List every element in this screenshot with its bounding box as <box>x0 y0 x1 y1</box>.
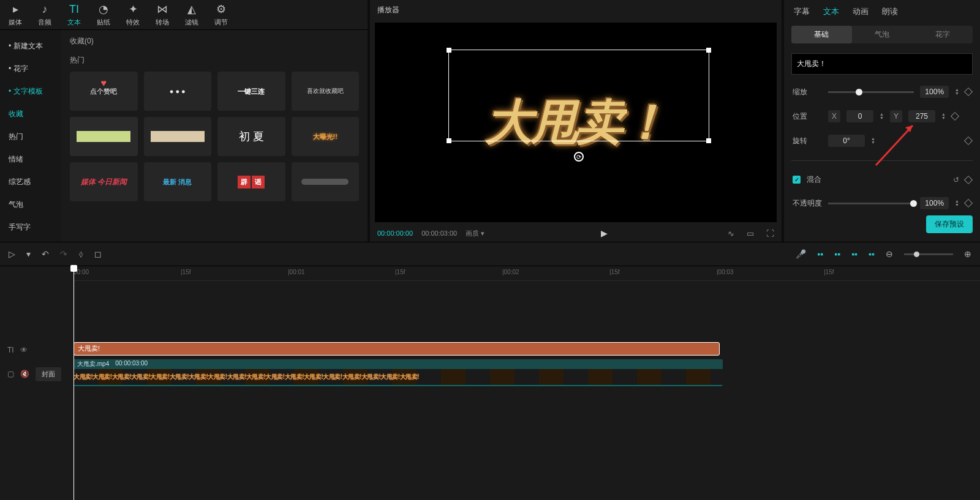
track-toggle-3[interactable]: ▪▪ <box>851 249 858 259</box>
crop-tool[interactable]: ◻ <box>94 249 102 259</box>
mix-checkbox[interactable]: ✓ <box>793 176 801 184</box>
track-toggle-2[interactable]: ▪▪ <box>834 249 840 259</box>
svg-line-0 <box>876 125 913 165</box>
ruler-tick: |15f <box>181 269 191 275</box>
mix-label: 混合 <box>807 174 821 185</box>
track-toggle-1[interactable]: ▪▪ <box>817 249 823 259</box>
prop-tab-朗读[interactable]: 朗读 <box>882 6 898 17</box>
resize-handle-tr[interactable] <box>706 48 711 53</box>
track-toggle-4[interactable]: ▪▪ <box>869 249 875 259</box>
asset-tab-调节[interactable]: ⚙调节 <box>214 2 228 27</box>
redo-button[interactable]: ↷ <box>60 249 67 259</box>
asset-tab-特效[interactable]: ✦特效 <box>126 2 140 27</box>
pos-y-input[interactable]: 275 <box>908 110 935 122</box>
resize-handle-br[interactable] <box>706 138 711 143</box>
template-thumb[interactable] <box>144 117 212 156</box>
rotate-handle-icon[interactable]: ⟳ <box>574 152 584 162</box>
dropdown-icon[interactable]: ▾ <box>26 249 31 259</box>
template-thumb[interactable]: 喜欢就收藏吧 <box>292 72 360 111</box>
template-thumb[interactable]: 辟谣 <box>217 162 285 201</box>
rotation-input[interactable]: 0° <box>828 135 865 147</box>
prop-subtab-气泡[interactable]: 气泡 <box>852 26 913 43</box>
position-label: 位置 <box>793 111 822 122</box>
save-preset-button[interactable]: 保存预设 <box>926 215 973 233</box>
opacity-slider[interactable] <box>828 203 914 204</box>
sidebar-item[interactable]: • 新建文本 <box>0 35 61 58</box>
prop-tab-动画[interactable]: 动画 <box>853 6 869 17</box>
mix-reset-icon[interactable]: ↺ <box>953 176 959 184</box>
pos-x-spinner[interactable]: ▲▼ <box>880 113 884 120</box>
rotation-keyframe-icon[interactable] <box>964 136 973 145</box>
split-tool[interactable]: ⎀ <box>78 249 83 259</box>
text-clip[interactable]: 大甩卖! <box>74 342 720 356</box>
quality-dropdown[interactable]: 画质 ▾ <box>466 229 484 238</box>
sidebar-item[interactable]: 热门 <box>0 125 61 148</box>
prop-subtabs: 基础气泡花字 <box>791 26 973 43</box>
zoom-in-icon[interactable]: ⊕ <box>964 249 971 259</box>
clip-thumbnails: 大甩卖!大甩卖!大甩卖!大甩卖!大甩卖!大甩卖!大甩卖!大甩卖!大甩卖!大甩卖!… <box>74 369 723 385</box>
template-thumb[interactable]: 媒体 今日新闻 <box>70 162 138 201</box>
opacity-value[interactable]: 100% <box>920 197 949 209</box>
zoom-slider[interactable] <box>904 253 953 255</box>
fullscreen-icon[interactable]: ⛶ <box>766 229 774 238</box>
preview-stage[interactable]: 大甩卖！ ⟳ <box>375 23 777 222</box>
pos-x-input[interactable]: 0 <box>846 110 873 122</box>
scale-slider[interactable] <box>828 91 914 93</box>
pointer-tool[interactable]: ▷ <box>9 249 15 259</box>
resize-handle-bl[interactable] <box>447 138 451 143</box>
scale-keyframe-icon[interactable] <box>964 88 973 96</box>
mic-icon[interactable]: 🎤 <box>796 249 806 259</box>
scale-spinner[interactable]: ▲▼ <box>955 88 959 95</box>
video-clip[interactable]: 大甩卖.mp4 00:00:03:00 大甩卖!大甩卖!大甩卖!大甩卖!大甩卖!… <box>74 359 723 386</box>
opacity-keyframe-icon[interactable] <box>964 199 973 207</box>
cover-button[interactable]: 封面 <box>36 367 61 381</box>
asset-tab-转场[interactable]: ⋈转场 <box>156 2 169 27</box>
opacity-row: 不透明度 100% ▲▼ <box>793 197 971 209</box>
pos-keyframe-icon[interactable] <box>951 112 959 121</box>
resize-handle-tl[interactable] <box>447 48 451 53</box>
sidebar-item[interactable]: 收藏 <box>0 103 61 125</box>
sidebar-item[interactable]: • 文字模板 <box>0 80 61 103</box>
asset-tab-媒体[interactable]: ▸媒体 <box>9 2 22 27</box>
template-thumb[interactable] <box>292 162 360 201</box>
opacity-spinner[interactable]: ▲▼ <box>955 200 959 207</box>
template-thumb[interactable]: 初 夏 <box>217 117 285 156</box>
prop-subtab-基础[interactable]: 基础 <box>791 26 852 43</box>
undo-button[interactable]: ↶ <box>42 249 49 259</box>
prop-tab-字幕[interactable]: 字幕 <box>794 6 810 17</box>
text-content-input[interactable]: 大甩卖！ <box>791 53 973 75</box>
asset-type-tabs: ▸媒体♪音频TI文本◔贴纸✦特效⋈转场◭滤镜⚙调节 <box>0 0 368 30</box>
mute-icon[interactable]: 🔇 <box>20 370 29 378</box>
template-thumb[interactable] <box>70 117 138 156</box>
waveform-icon[interactable]: ∿ <box>728 229 734 238</box>
prop-tabs: 字幕文本动画朗读 <box>784 2 980 21</box>
scale-value[interactable]: 100% <box>920 86 949 98</box>
asset-tab-文本[interactable]: TI文本 <box>67 2 81 27</box>
asset-tab-滤镜[interactable]: ◭滤镜 <box>185 2 198 27</box>
template-thumb[interactable]: ● ● ● <box>144 72 212 111</box>
template-thumb[interactable]: 一键三连 <box>217 72 285 111</box>
asset-tab-音频[interactable]: ♪音频 <box>38 2 51 27</box>
ratio-icon[interactable]: ▭ <box>747 229 754 238</box>
template-thumb[interactable]: 最新 消息 <box>144 162 212 201</box>
time-ruler[interactable]: 00:00|15f|00:01|15f|00:02|15f|00:03|15f <box>74 266 980 281</box>
selection-box[interactable]: ⟳ <box>448 50 709 141</box>
zoom-out-icon[interactable]: ⊖ <box>886 249 893 259</box>
template-thumb[interactable]: 大曝光!! <box>292 117 360 156</box>
prop-subtab-花字[interactable]: 花字 <box>912 26 973 43</box>
sidebar-item[interactable]: • 花字 <box>0 58 61 80</box>
playhead[interactable] <box>74 266 74 500</box>
prop-tab-文本[interactable]: 文本 <box>823 6 839 17</box>
sidebar-item[interactable]: 手写字 <box>0 216 61 239</box>
play-button[interactable]: ▶ <box>493 228 715 238</box>
mix-keyframe-icon[interactable] <box>964 175 973 184</box>
sidebar-item[interactable]: 情绪 <box>0 148 61 171</box>
preview-panel: 播放器 大甩卖！ ⟳ 00:00:00:00 00:00:03:00 画质 ▾ … <box>370 0 782 242</box>
sidebar-item[interactable]: 综艺感 <box>0 171 61 193</box>
template-thumb[interactable]: 点个赞吧 <box>70 72 138 111</box>
pos-y-spinner[interactable]: ▲▼ <box>941 113 946 120</box>
asset-tab-贴纸[interactable]: ◔贴纸 <box>97 2 110 27</box>
visibility-icon[interactable]: 👁 <box>20 346 28 354</box>
sidebar-item[interactable]: 气泡 <box>0 193 61 216</box>
video-track-icon: ▢ <box>7 370 14 378</box>
